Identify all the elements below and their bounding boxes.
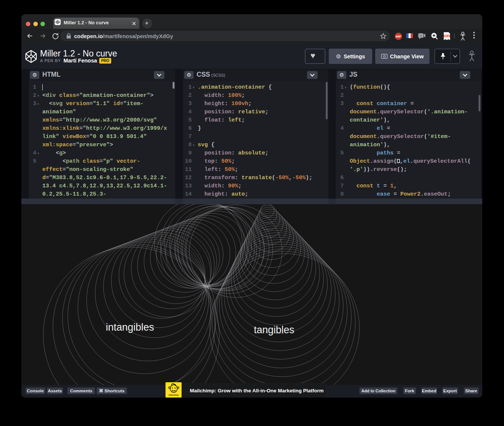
- svg-text:PDF.JS: PDF.JS: [444, 35, 450, 37]
- svg-text:ABP: ABP: [395, 35, 401, 38]
- svg-text:a: a: [420, 34, 422, 37]
